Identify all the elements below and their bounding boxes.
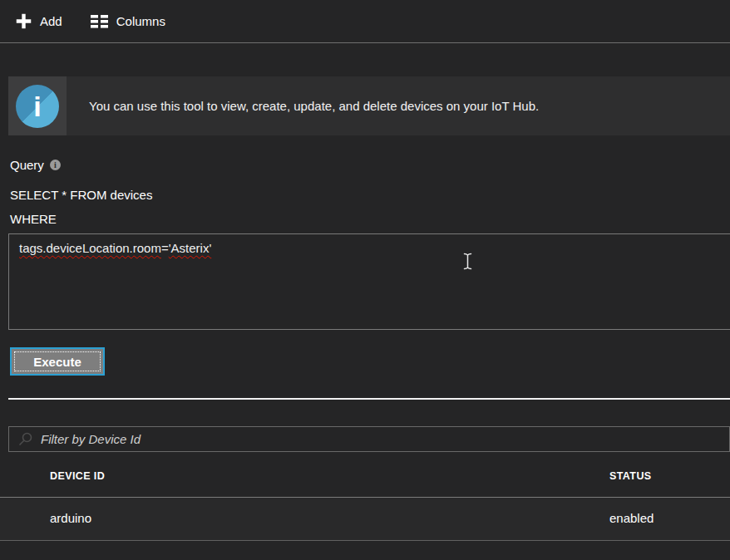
add-button-label: Add: [40, 14, 62, 28]
info-icon-tile: i: [8, 76, 67, 135]
execute-button[interactable]: Execute: [10, 347, 105, 376]
filter-box: [8, 426, 730, 452]
columns-button-label: Columns: [116, 14, 165, 28]
query-editor-value: 'Asterix': [169, 241, 212, 255]
info-banner-message: You can use this tool to view, create, u…: [89, 99, 539, 113]
toolbar: Add Columns: [0, 0, 730, 43]
info-icon: i: [16, 85, 59, 128]
query-where-line: WHERE: [10, 212, 57, 226]
column-header-status[interactable]: STATUS: [609, 470, 652, 482]
search-icon: [18, 432, 32, 446]
table-row[interactable]: arduino enabled: [0, 498, 730, 540]
section-divider: [8, 398, 730, 400]
add-button[interactable]: Add: [8, 7, 69, 35]
info-icon-glyph: i: [33, 92, 41, 120]
query-select-line: SELECT * FROM devices: [10, 188, 152, 202]
device-explorer-page: Add Columns i You can use this tool: [0, 0, 730, 560]
cell-device-id: arduino: [50, 511, 91, 525]
columns-button[interactable]: Columns: [84, 9, 172, 33]
plus-icon: [15, 12, 32, 30]
cell-status: enabled: [609, 511, 654, 525]
query-section-label: Query i: [10, 158, 61, 172]
table-row-divider: [0, 540, 730, 541]
column-header-device-id[interactable]: DEVICE ID: [50, 470, 105, 482]
device-table-header: DEVICE ID STATUS: [0, 462, 730, 497]
query-label-text: Query: [10, 158, 44, 172]
query-editor-field: tags.deviceLocation.room: [19, 241, 161, 255]
filter-device-id-input[interactable]: [32, 427, 729, 451]
query-info-icon-glyph: i: [54, 161, 57, 169]
query-where-editor[interactable]: tags.deviceLocation.room='Asterix': [8, 233, 730, 330]
query-info-icon[interactable]: i: [50, 160, 61, 170]
info-banner: i You can use this tool to view, create,…: [8, 76, 730, 135]
columns-icon: [91, 15, 109, 28]
query-editor-operator: =: [161, 241, 169, 255]
